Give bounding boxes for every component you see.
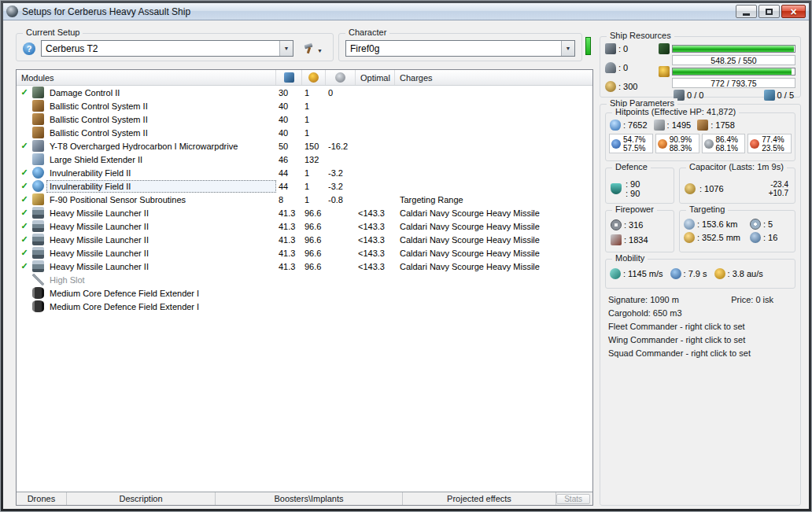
volley-value: : 1834 [624,235,648,245]
active-check-icon: ✓ [17,167,32,179]
kinetic-resist: 86.4%68.1% [702,134,746,153]
stats-button[interactable]: Stats [556,494,590,504]
maximize-button[interactable] [758,5,780,18]
price-value: Price: 0 isk [731,295,773,304]
module-cpu: 41.3 [276,249,302,258]
defence-top-value: : 90 [626,179,640,189]
character-skills-indicator [585,37,591,55]
hitpoints-group: Hitpoints (Effective HP: 41,872) : 7652 … [605,112,795,161]
tools-dropdown-button[interactable] [299,39,327,58]
module-name: Heavy Missile Launcher II [46,234,276,246]
optimal-column-header[interactable]: Optimal [356,70,395,85]
targeting-content: : 153.6 km : 5 : 352.5 mm : 16 [680,211,795,245]
capacitor-column-header[interactable] [326,70,356,85]
launcher-hardpoints-value: : 0 [618,63,628,72]
active-check-icon: ✓ [17,247,32,259]
armor-icon [654,120,665,131]
module-row[interactable]: ✓ Heavy Missile Launcher II 41.3 96.6 <1… [17,206,592,219]
defence-group: Defence : 90 : 90 [605,168,674,204]
minimize-button[interactable] [736,5,757,18]
powergrid-column-header[interactable] [302,70,326,85]
active-check-icon: ✓ [17,207,32,219]
setup-select-value: Cerberus T2 [42,43,279,54]
squad-commander-text[interactable]: Squad Commander - right click to set [608,348,751,358]
module-row[interactable]: ✓ Heavy Missile Launcher II 41.3 96.6 <1… [17,260,592,273]
module-cpu: 46 [276,155,302,164]
thermal-resist-icon [750,139,759,149]
wing-commander-text[interactable]: Wing Commander - right click to set [608,335,745,344]
module-charge: Caldari Navy Scourge Heavy Missile [395,222,592,231]
launcher-hardpoints: : 0 [605,62,652,73]
warp-speed-value: : 3.8 au/s [728,269,763,278]
module-row[interactable]: ✓ Y-T8 Overcharged Hydrocarbon I Microwa… [17,139,592,153]
shield-hp: : 7652 [610,120,648,131]
modules-table-header[interactable]: Modules Optimal Charges [17,70,592,86]
powergrid-bar [672,68,795,76]
max-targets-icon [750,219,761,230]
character-select[interactable]: Firef0g [345,40,575,57]
rig-row[interactable]: Medium Core Defence Field Extender I [17,286,592,300]
modules-table-body: ✓ Damage Control II 30 1 0 Ballistic Con… [17,86,592,492]
module-name: Damage Control II [46,87,276,99]
module-cpu: 40 [276,115,302,124]
scan-resolution-value: : 352.5 mm [697,233,740,242]
module-icon [32,193,44,205]
module-row[interactable]: Ballistic Control System II 40 1 [17,126,592,139]
chevron-down-icon[interactable] [561,41,574,56]
modules-column-header[interactable]: Modules [17,70,276,85]
module-row[interactable]: ✓ Invulnerability Field II 44 1 -3.2 [17,166,592,179]
close-icon [790,5,796,19]
window-title: Setups for Cerberus Heavy Assault Ship [22,6,732,17]
cpu-column-header[interactable] [276,70,302,85]
setup-select[interactable]: Cerberus T2 [41,40,293,57]
explosive-armor-resist: 88.3% [670,144,692,153]
module-row[interactable]: ✓ Heavy Missile Launcher II 41.3 96.6 <1… [17,233,592,246]
capacitor-drain: -23.4 [769,180,788,189]
targeting-range-icon [684,219,695,230]
module-row-selected[interactable]: ✓ Invulnerability Field II 44 1 -3.2 [17,179,592,193]
charges-column-header[interactable]: Charges [395,70,592,85]
tab-description[interactable]: Description [67,492,216,505]
drone-bandwidth: 0 / 5 [764,90,794,101]
em-resist-icon [611,139,621,149]
dps-crosshair-icon [611,219,622,230]
cpu-icon [284,72,294,83]
module-charge: Caldari Navy Scourge Heavy Missile [395,235,592,245]
module-icon [32,180,44,192]
sensor-strength-value: : 16 [763,233,777,242]
hitpoints-label: Hitpoints (Effective HP: 41,872) [612,107,739,116]
module-row[interactable]: ✓ Damage Control II 30 1 0 [17,86,592,99]
shield-hp-value: : 7652 [623,120,648,130]
scan-resolution-icon [684,232,695,243]
module-row[interactable]: ✓ F-90 Positional Sensor Subroutines 8 1… [17,193,592,206]
chevron-down-icon[interactable] [279,41,293,56]
close-button[interactable] [781,5,806,18]
module-row[interactable]: Ballistic Control System II 40 1 [17,112,592,126]
fleet-commander-text[interactable]: Fleet Commander - right click to set [608,322,745,331]
module-name: Heavy Missile Launcher II [46,247,276,260]
module-row[interactable]: ✓ Heavy Missile Launcher II 41.3 96.6 <1… [17,246,592,260]
current-setup-group: Current Setup Cerberus T2 [16,33,334,61]
tab-projected-effects[interactable]: Projected effects [403,492,556,505]
empty-slot-row[interactable]: High Slot [17,273,592,286]
em-resist: 54.7%57.5% [609,134,653,153]
module-pg: 96.6 [302,235,326,245]
mobility-label: Mobility [612,253,648,263]
module-row[interactable]: ✓ Heavy Missile Launcher II 41.3 96.6 <1… [17,219,592,233]
module-row[interactable]: Ballistic Control System II 40 1 [17,99,592,112]
rig-row[interactable]: Medium Core Defence Field Extender I [17,300,592,313]
module-name: Medium Core Defence Field Extender I [46,300,276,313]
title-bar[interactable]: Setups for Cerberus Heavy Assault Ship [3,3,809,20]
tab-boosters-implants[interactable]: Boosters\Implants [216,492,402,505]
module-pg: 96.6 [302,208,326,218]
help-icon[interactable] [23,42,35,55]
align-time-value: : 7.9 s [684,269,707,278]
module-name: F-90 Positional Sensor Subroutines [46,193,276,206]
tab-drones[interactable]: Drones [17,492,67,505]
module-name: Heavy Missile Launcher II [46,220,276,233]
module-icon [32,207,44,219]
module-row[interactable]: Large Shield Extender II 46 132 [17,153,592,166]
module-icon [32,260,44,272]
cpu-bar-fill [673,46,794,52]
powergrid-icon [308,72,319,83]
